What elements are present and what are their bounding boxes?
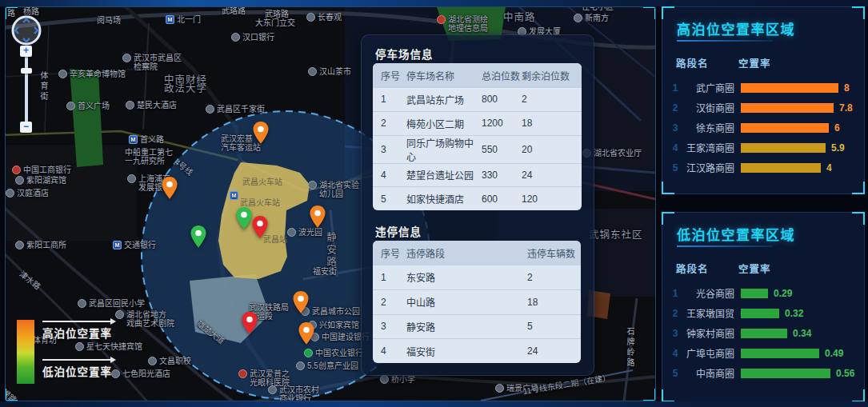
- map-pin[interactable]: [252, 121, 270, 145]
- poi-icon: [12, 166, 21, 174]
- map-label: 雄楚大道: [195, 319, 226, 345]
- map-label-text: 津水路: [18, 269, 42, 291]
- vacancy-bar: [741, 369, 830, 378]
- map-pin[interactable]: [298, 321, 315, 345]
- low-vacancy-rows: 1光谷商圈0.292王家墩国贸0.323钟家村商圈0.344广埠屯商圈0.495…: [662, 283, 864, 383]
- row-rank: 1: [669, 288, 682, 299]
- metro-icon: M: [230, 191, 238, 200]
- table-row: 3同乐广场购物中心55020: [373, 136, 582, 164]
- col-vacancy-rate: 空置率: [738, 55, 771, 70]
- map-label: 大东门立交: [255, 18, 295, 27]
- map-label-text: 辛亥革命博物馆: [70, 70, 126, 78]
- map-pin[interactable]: [235, 206, 253, 230]
- poi-icon: [238, 369, 247, 378]
- row-road-name: 光谷商圈: [682, 286, 734, 300]
- map-zoom-control: + −: [19, 46, 34, 135]
- map-label: 汉庭酒店: [6, 189, 49, 198]
- table-cell: 550: [482, 144, 522, 155]
- metro-icon: M: [129, 135, 138, 144]
- map-label: 汉口银行: [231, 33, 274, 42]
- violation-table-title: 违停信息: [375, 223, 422, 239]
- map-label: 武珞路: [265, 10, 289, 18]
- vacancy-bar: [741, 83, 838, 93]
- map-label-text: 首义广场: [78, 102, 110, 110]
- table-cell: 1: [381, 94, 406, 105]
- table-cell: 2: [527, 272, 581, 283]
- map-label-text: 首义路: [140, 135, 164, 144]
- map-label: 波光园: [287, 228, 322, 237]
- vacancy-bar: [741, 163, 821, 173]
- map-label: 5.5创意产业园: [296, 361, 358, 370]
- title-underline: [677, 245, 773, 247]
- poi-icon: [15, 241, 24, 249]
- row-road-name: 中南商圈: [682, 366, 734, 380]
- poi-icon: [308, 67, 317, 76]
- map-label-text: 武昌城市公园: [312, 307, 360, 316]
- map-pin[interactable]: [241, 311, 258, 335]
- poi-icon: [306, 13, 315, 22]
- metro-icon: M: [166, 15, 174, 24]
- high-vacancy-rows: 1武广商圈82汉街商圈7.83徐东商圈64王家湾商圈5.95江汉路商圈4: [662, 78, 864, 178]
- zoom-out-button[interactable]: −: [20, 122, 32, 133]
- map-pin[interactable]: [161, 176, 178, 200]
- poi-icon: [126, 101, 134, 110]
- map-label-text: 大东门立交: [255, 18, 295, 27]
- bottom-strip: [0, 401, 868, 407]
- poi-icon: [308, 181, 317, 190]
- vacancy-row: 4广埠屯商圈0.49: [662, 343, 864, 363]
- map-label: 武汉爱普之 光眼科医院: [238, 369, 290, 387]
- map-pan-control[interactable]: [10, 14, 42, 46]
- table-cell: 中山路: [406, 295, 527, 309]
- map-pin[interactable]: [309, 205, 326, 229]
- map-pin[interactable]: [292, 290, 310, 314]
- title-underline: [677, 40, 773, 42]
- table-header-cell: 剩余泊位数: [522, 69, 582, 82]
- map-label-text: 紫阳湖宾馆: [26, 176, 66, 185]
- vacancy-row: 5中南商圈0.56: [662, 363, 864, 383]
- map-label: 住宅小区: [582, 6, 614, 11]
- table-cell: 如家快捷酒店: [406, 192, 482, 205]
- table-row: 4福安街24: [373, 339, 581, 363]
- table-cell: 东安路: [406, 270, 527, 284]
- zoom-slider-track[interactable]: [25, 54, 28, 130]
- vacancy-value: 7.8: [839, 102, 853, 114]
- legend-label-high: 高泊位空置率: [42, 325, 146, 341]
- map-label-text: 武珞路: [222, 6, 246, 15]
- map-label-text: 湖北省实验 幼儿园: [319, 181, 359, 198]
- violation-table: 序号违停路段违停车辆数1东安路22中山路183静安路54福安街24: [373, 241, 581, 363]
- map-label-text: 湖北省测绘 地理信息局: [448, 15, 488, 33]
- row-road-name: 王家湾商圈: [682, 141, 734, 154]
- map-label-text: 湖北省农业厅: [594, 149, 642, 158]
- row-road-name: 徐东商圈: [682, 121, 734, 134]
- map-label-text: 紫阳工商所: [26, 241, 66, 249]
- map-label: 新南方: [574, 14, 609, 22]
- parking-info-popup: 停车场信息 序号停车场名称总泊位数剩余泊位数1武昌站东广场80022梅苑小区二期…: [361, 34, 594, 376]
- vacancy-value: 0.29: [774, 288, 792, 299]
- poi-icon: [122, 54, 131, 62]
- legend-item-low: 低泊位空置率: [42, 359, 146, 379]
- map-label: 楚民大酒店: [126, 101, 177, 110]
- table-cell: 武昌站东广场: [406, 93, 482, 106]
- map-label-text: 武珞路: [265, 10, 289, 18]
- table-row: 1东安路2: [373, 265, 581, 290]
- map-label: 紫阳湖宾馆: [15, 176, 66, 185]
- row-road-name: 武广商圈: [682, 81, 734, 94]
- low-vacancy-panel: 低泊位空置率区域 路段名 空置率 1光谷商圈0.292王家墩国贸0.323钟家村…: [662, 212, 865, 402]
- row-rank: 3: [669, 122, 682, 134]
- parking-table-title: 停车场信息: [375, 46, 434, 62]
- map-label-text: 中船重工第七 一九研究所: [125, 148, 173, 166]
- vacancy-value: 0.32: [785, 308, 803, 319]
- zoom-in-button[interactable]: +: [20, 46, 32, 57]
- map-label-text: 雄楚大道: [195, 319, 226, 345]
- high-vacancy-title: 高泊位空置率区域: [677, 18, 795, 38]
- row-rank: 4: [669, 142, 682, 154]
- map-pin[interactable]: [190, 225, 207, 249]
- map-label: 中国农业银行: [304, 349, 363, 357]
- map-label: 武昌区千家街: [206, 105, 265, 114]
- map-pin[interactable]: [251, 215, 269, 239]
- vacancy-row: 3徐东商圈6: [662, 118, 864, 138]
- table-cell: 2: [381, 297, 406, 308]
- zoom-slider-handle[interactable]: [21, 68, 32, 74]
- map-label: 武昌火车站: [242, 178, 282, 186]
- map-label-text: 中国工商银行: [23, 166, 71, 174]
